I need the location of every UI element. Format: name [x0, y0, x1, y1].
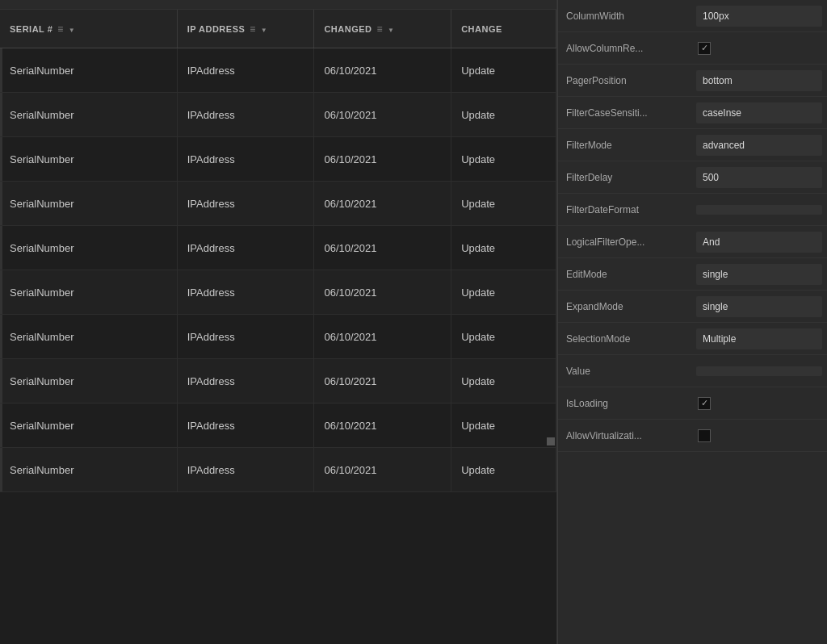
- prop-value-selection-mode[interactable]: Multiple: [696, 328, 822, 349]
- prop-value-column-width[interactable]: 100px: [696, 6, 822, 27]
- top-bar: [0, 0, 556, 10]
- cell-ip: IPAddress: [178, 270, 315, 314]
- cell-serial: SerialNumber: [0, 404, 178, 447]
- cell-changed: 06/10/2021: [314, 270, 451, 314]
- filter-icon-changed[interactable]: [388, 24, 397, 34]
- filter-icon-ip[interactable]: [261, 24, 271, 34]
- prop-row-filter-delay: FilterDelay500: [558, 161, 827, 194]
- prop-value-filter-mode[interactable]: advanced: [696, 135, 822, 156]
- prop-row-allow-virtualizati: AllowVirtualizati...: [558, 420, 827, 452]
- cell-serial: SerialNumber: [0, 93, 178, 136]
- prop-row-logical-filter-ope: LogicalFilterOpe...And: [558, 226, 827, 258]
- cell-ip: IPAddress: [178, 448, 315, 491]
- grid-header: SERIAL # IP ADDRESS CHANGED CHANGE: [0, 10, 556, 48]
- prop-label-pager-position: PagerPosition: [558, 69, 691, 93]
- sort-icon-ip[interactable]: [250, 23, 256, 35]
- prop-value-logical-filter-ope[interactable]: And: [696, 232, 822, 253]
- cell-ip: IPAddress: [178, 48, 315, 92]
- table-row[interactable]: SerialNumber IPAddress 06/10/2021 Update: [0, 448, 556, 492]
- cell-serial: SerialNumber: [0, 226, 178, 270]
- cell-ip: IPAddress: [178, 226, 315, 270]
- cell-change: Update: [451, 359, 556, 403]
- prop-row-filter-case-sens: FilterCaseSensiti...caseInse: [558, 97, 827, 129]
- table-row[interactable]: SerialNumber IPAddress 06/10/2021 Update: [0, 270, 556, 315]
- table-row[interactable]: SerialNumber IPAddress 06/10/2021 Update: [0, 48, 556, 93]
- table-row[interactable]: SerialNumber IPAddress 06/10/2021 Update: [0, 359, 556, 404]
- prop-row-filter-date-format: FilterDateFormat: [558, 194, 827, 226]
- prop-value-edit-mode[interactable]: single: [696, 264, 822, 285]
- col-header-ip[interactable]: IP ADDRESS: [178, 10, 315, 48]
- cell-serial: SerialNumber: [0, 448, 178, 491]
- resize-handle[interactable]: [547, 437, 555, 445]
- prop-label-expand-mode: ExpandMode: [558, 295, 691, 319]
- cell-changed: 06/10/2021: [314, 93, 451, 136]
- prop-row-edit-mode: EditModesingle: [558, 258, 827, 291]
- cell-change: Update: [451, 448, 556, 491]
- prop-value-filter-case-sens[interactable]: caseInse: [696, 102, 822, 123]
- prop-label-column-width: ColumnWidth: [558, 4, 691, 28]
- table-row[interactable]: SerialNumber IPAddress 06/10/2021 Update: [0, 404, 556, 448]
- prop-row-expand-mode: ExpandModesingle: [558, 291, 827, 323]
- col-label-ip: IP ADDRESS: [187, 24, 246, 34]
- cell-ip: IPAddress: [178, 315, 315, 358]
- prop-row-selection-mode: SelectionModeMultiple: [558, 323, 827, 355]
- table-row[interactable]: SerialNumber IPAddress 06/10/2021 Update: [0, 226, 556, 270]
- cell-ip: IPAddress: [178, 93, 315, 136]
- cell-changed: 06/10/2021: [314, 315, 451, 358]
- table-row[interactable]: SerialNumber IPAddress 06/10/2021 Update: [0, 315, 556, 359]
- grid-body: SerialNumber IPAddress 06/10/2021 Update…: [0, 48, 556, 644]
- prop-label-edit-mode: EditMode: [558, 262, 691, 286]
- prop-row-filter-mode: FilterModeadvanced: [558, 129, 827, 161]
- cell-changed: 06/10/2021: [314, 448, 451, 491]
- prop-label-logical-filter-ope: LogicalFilterOpe...: [558, 230, 691, 254]
- prop-checkbox-allow-virtualizati[interactable]: [698, 429, 711, 442]
- prop-value-filter-delay[interactable]: 500: [696, 167, 822, 188]
- cell-serial: SerialNumber: [0, 137, 178, 181]
- prop-row-allow-column-re: AllowColumnRe...: [558, 32, 827, 65]
- cell-changed: 06/10/2021: [314, 404, 451, 447]
- sort-icon-serial[interactable]: [57, 23, 64, 35]
- prop-label-selection-mode: SelectionMode: [558, 327, 691, 351]
- prop-label-filter-date-format: FilterDateFormat: [558, 198, 691, 222]
- cell-changed: 06/10/2021: [314, 359, 451, 403]
- cell-serial: SerialNumber: [0, 359, 178, 403]
- properties-panel: ColumnWidth100pxAllowColumnRe...PagerPos…: [557, 0, 827, 644]
- sort-icon-changed[interactable]: [377, 23, 384, 35]
- col-header-changed[interactable]: CHANGED: [314, 10, 451, 48]
- cell-changed: 06/10/2021: [314, 226, 451, 270]
- grid-container: SERIAL # IP ADDRESS CHANGED CHANGE Seria…: [0, 10, 556, 644]
- prop-value-value[interactable]: [696, 366, 822, 376]
- prop-value-expand-mode[interactable]: single: [696, 296, 822, 317]
- prop-label-value: Value: [558, 359, 691, 383]
- data-grid-panel: SERIAL # IP ADDRESS CHANGED CHANGE Seria…: [0, 0, 557, 644]
- table-row[interactable]: SerialNumber IPAddress 06/10/2021 Update: [0, 137, 556, 182]
- prop-value-pager-position[interactable]: bottom: [696, 70, 822, 91]
- cell-serial: SerialNumber: [0, 270, 178, 314]
- prop-label-is-loading: IsLoading: [558, 391, 691, 416]
- table-row[interactable]: SerialNumber IPAddress 06/10/2021 Update: [0, 93, 556, 137]
- prop-row-value: Value: [558, 355, 827, 387]
- cell-change: Update: [451, 226, 556, 270]
- cell-ip: IPAddress: [178, 137, 315, 181]
- cell-change: Update: [451, 404, 556, 447]
- cell-change: Update: [451, 48, 556, 92]
- col-header-change[interactable]: CHANGE: [451, 10, 556, 48]
- cell-changed: 06/10/2021: [314, 182, 451, 225]
- prop-value-filter-date-format[interactable]: [696, 205, 822, 215]
- cell-change: Update: [451, 182, 556, 225]
- filter-icon-serial[interactable]: [69, 24, 78, 34]
- prop-label-filter-mode: FilterMode: [558, 133, 691, 157]
- prop-row-pager-position: PagerPositionbottom: [558, 65, 827, 97]
- prop-row-is-loading: IsLoading: [558, 387, 827, 420]
- col-label-serial: SERIAL #: [10, 24, 52, 34]
- col-header-serial[interactable]: SERIAL #: [0, 10, 178, 48]
- prop-label-allow-column-re: AllowColumnRe...: [558, 36, 691, 61]
- table-row[interactable]: SerialNumber IPAddress 06/10/2021 Update: [0, 182, 556, 226]
- cell-serial: SerialNumber: [0, 48, 178, 92]
- col-label-changed: CHANGED: [324, 24, 372, 34]
- cell-change: Update: [451, 93, 556, 136]
- prop-checkbox-allow-column-re[interactable]: [698, 42, 711, 55]
- cell-serial: SerialNumber: [0, 182, 178, 225]
- cell-ip: IPAddress: [178, 359, 315, 403]
- prop-checkbox-is-loading[interactable]: [698, 397, 711, 410]
